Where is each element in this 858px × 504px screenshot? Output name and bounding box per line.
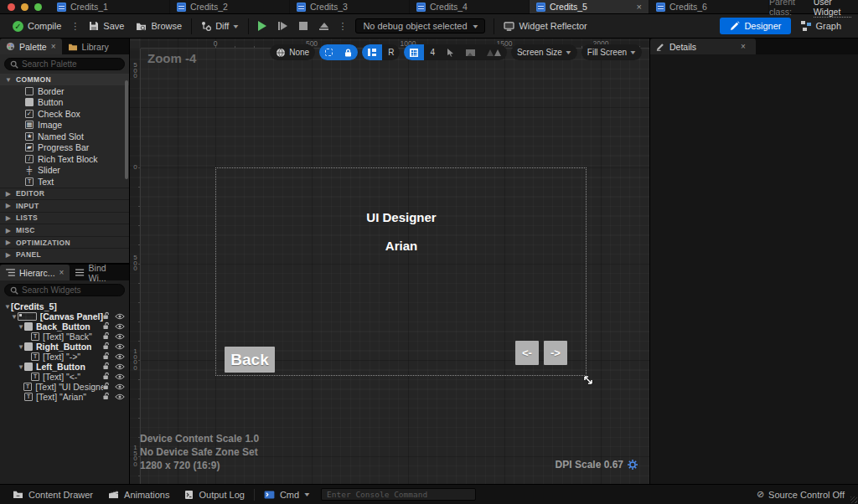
tab-Credits_4[interactable]: Credits_4 bbox=[410, 0, 530, 13]
play-options-icon[interactable]: ⋮ bbox=[334, 21, 350, 32]
debug-object-dropdown[interactable]: No debug object selected ▼ bbox=[355, 18, 485, 33]
stop-button[interactable] bbox=[293, 14, 313, 38]
tab-bind-widgets[interactable]: Bind Wi... bbox=[70, 265, 129, 280]
respect-locks-toggle[interactable]: R bbox=[382, 44, 400, 60]
tree-row[interactable]: T[Text] "Back" bbox=[0, 332, 129, 342]
source-control-button[interactable]: ⊘ Source Control Off bbox=[757, 489, 853, 500]
cmd-dropdown[interactable]: Cmd ▼ bbox=[256, 485, 318, 504]
console-command-input[interactable] bbox=[321, 488, 476, 501]
design-left-button[interactable]: <- bbox=[515, 341, 539, 365]
content-drawer-button[interactable]: Content Drawer bbox=[5, 485, 101, 504]
palette-search-input[interactable] bbox=[22, 59, 119, 69]
tree-row[interactable]: T[Text] "->" bbox=[0, 352, 129, 362]
design-right-button[interactable]: -> bbox=[544, 341, 567, 365]
close-tab-icon[interactable]: × bbox=[741, 42, 746, 51]
tree-row[interactable]: ▼[Canvas Panel] bbox=[0, 311, 129, 321]
lock-widgets-toggle[interactable] bbox=[339, 44, 358, 60]
diff-button[interactable]: Diff ▼ bbox=[195, 14, 245, 38]
maximize-window-icon[interactable] bbox=[34, 3, 42, 11]
unlock-icon[interactable] bbox=[103, 372, 111, 382]
unlock-icon[interactable] bbox=[103, 311, 111, 321]
palette-section-input[interactable]: ▶INPUT bbox=[0, 199, 129, 212]
parent-class-link[interactable]: User Widget bbox=[814, 0, 851, 18]
tab-Credits_3[interactable]: Credits_3 bbox=[290, 0, 410, 13]
unlock-icon[interactable] bbox=[103, 362, 111, 372]
tab-palette[interactable]: Palette × bbox=[0, 39, 62, 54]
tree-row[interactable]: ▼Back_Button bbox=[0, 321, 129, 332]
tab-Credits_5[interactable]: Credits_5× bbox=[530, 0, 649, 13]
dashed-outline-toggle[interactable] bbox=[319, 44, 339, 60]
palette-item-image[interactable]: ▦Image bbox=[0, 120, 129, 131]
grid-snap-toggle[interactable] bbox=[404, 44, 424, 60]
palette-section-common[interactable]: ▼ COMMON bbox=[0, 74, 129, 85]
visibility-eye-icon[interactable] bbox=[115, 352, 125, 362]
widget-reflector-button[interactable]: Widget Reflector bbox=[498, 14, 592, 38]
hierarchy-search-input[interactable] bbox=[22, 285, 119, 295]
palette-item-slider[interactable]: ╪Slider bbox=[0, 165, 129, 177]
tab-Credits_6[interactable]: Credits_6 bbox=[649, 0, 769, 13]
chevron-down-icon[interactable]: ▼ bbox=[18, 363, 24, 371]
palette-section-lists[interactable]: ▶LISTS bbox=[0, 212, 129, 224]
palette-item-rich-text-block[interactable]: /Rich Text Block bbox=[0, 153, 129, 165]
close-tab-icon[interactable]: × bbox=[637, 3, 642, 12]
tab-hierarchy[interactable]: Hierarc... × bbox=[0, 265, 70, 280]
tab-details[interactable]: Details × bbox=[650, 39, 756, 54]
resize-handle-icon[interactable] bbox=[581, 373, 595, 387]
unlock-icon[interactable] bbox=[103, 342, 111, 352]
minimize-window-icon[interactable] bbox=[21, 3, 28, 11]
tree-row[interactable]: ▼Right_Button bbox=[0, 342, 129, 352]
play-frame-button[interactable] bbox=[272, 14, 293, 38]
tab-Credits_1[interactable]: Credits_1 bbox=[50, 0, 170, 13]
chevron-down-icon[interactable]: ▼ bbox=[4, 303, 11, 311]
close-window-icon[interactable] bbox=[8, 3, 15, 11]
designer-viewport[interactable]: 0500100015002000 5 0 005 0 01 0 0 01 5 0… bbox=[130, 39, 649, 484]
visibility-eye-icon[interactable] bbox=[115, 332, 125, 342]
chevron-down-icon[interactable]: ▼ bbox=[18, 323, 24, 331]
preview-background-button[interactable] bbox=[460, 44, 481, 60]
design-text-title[interactable]: UI Designer bbox=[318, 210, 485, 224]
visibility-eye-icon[interactable] bbox=[115, 342, 125, 352]
close-tab-icon[interactable]: × bbox=[59, 268, 65, 277]
window-resize-grip[interactable] bbox=[850, 496, 857, 503]
tree-row[interactable]: ▼Left_Button bbox=[0, 362, 129, 372]
tree-row[interactable]: T[Text] "UI Designer" bbox=[0, 382, 129, 392]
unlock-icon[interactable] bbox=[103, 392, 111, 402]
unlock-icon[interactable] bbox=[103, 332, 111, 342]
visibility-eye-icon[interactable] bbox=[115, 321, 125, 332]
browse-button[interactable]: Browse bbox=[130, 14, 188, 38]
screen-size-dropdown[interactable]: Screen Size▼ bbox=[511, 44, 577, 60]
palette-item-check-box[interactable]: ✓Check Box bbox=[0, 108, 129, 120]
design-text-name[interactable]: Arian bbox=[318, 239, 485, 253]
layout-mode-toggle[interactable] bbox=[362, 44, 382, 60]
palette-section-panel[interactable]: ▶PANEL bbox=[0, 248, 129, 260]
chevron-down-icon[interactable]: ▼ bbox=[11, 313, 18, 321]
save-button[interactable]: Save bbox=[83, 14, 130, 38]
tree-row[interactable]: ▼[Credits_5] bbox=[0, 301, 129, 311]
graph-mode-button[interactable]: Graph bbox=[791, 21, 851, 31]
design-back-button[interactable]: Back bbox=[225, 347, 275, 373]
tree-row[interactable]: T[Text] "<-" bbox=[0, 372, 129, 382]
animations-button[interactable]: Animations bbox=[101, 485, 177, 504]
visibility-eye-icon[interactable] bbox=[115, 372, 125, 382]
fill-screen-dropdown[interactable]: Fill Screen▼ bbox=[581, 44, 642, 60]
palette-item-button[interactable]: Button bbox=[0, 97, 129, 109]
visibility-eye-icon[interactable] bbox=[115, 362, 125, 372]
palette-item-text[interactable]: TText bbox=[0, 176, 129, 188]
flip-preview-button[interactable] bbox=[481, 44, 507, 60]
palette-section-misc[interactable]: ▶MISC bbox=[0, 224, 129, 236]
unlock-icon[interactable] bbox=[103, 352, 111, 362]
localization-preview-button[interactable]: None bbox=[270, 44, 315, 60]
palette-item-progress-bar[interactable]: ▰Progress Bar bbox=[0, 142, 129, 154]
unlock-icon[interactable] bbox=[103, 321, 111, 332]
designer-mode-button[interactable]: Designer bbox=[720, 18, 791, 34]
visibility-eye-icon[interactable] bbox=[115, 392, 125, 402]
palette-scrollbar[interactable] bbox=[125, 80, 128, 179]
compile-button[interactable]: ✓ Compile bbox=[7, 14, 67, 38]
chevron-down-icon[interactable]: ▼ bbox=[18, 343, 24, 351]
visibility-eye-icon[interactable] bbox=[115, 311, 125, 321]
palette-section-optimization[interactable]: ▶OPTIMIZATION bbox=[0, 236, 129, 249]
eject-button[interactable] bbox=[313, 14, 334, 38]
output-log-button[interactable]: Output Log bbox=[177, 485, 251, 504]
compile-options-icon[interactable]: ⋮ bbox=[67, 21, 83, 32]
gear-icon[interactable] bbox=[628, 460, 638, 470]
